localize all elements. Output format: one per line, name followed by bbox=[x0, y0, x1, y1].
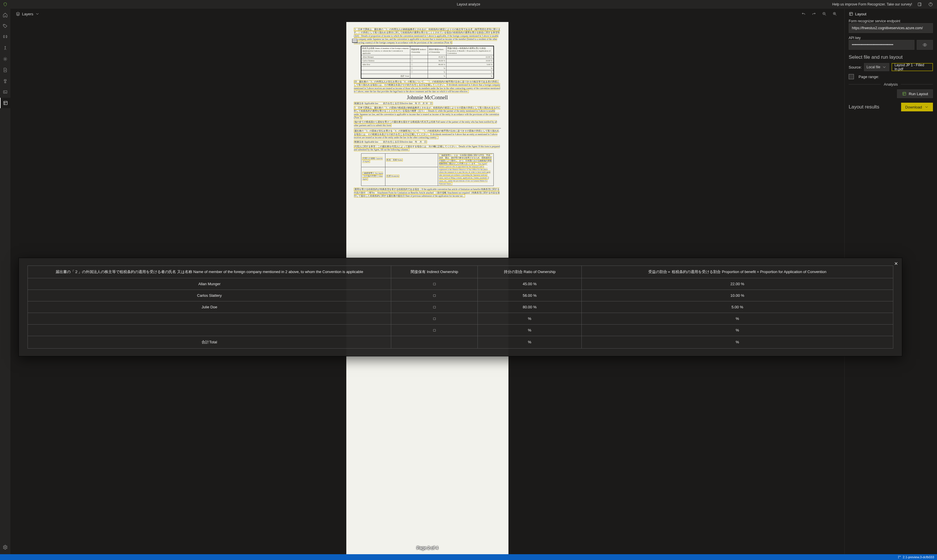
download-button[interactable]: Download bbox=[901, 103, 933, 111]
sidebar-item-text[interactable] bbox=[0, 87, 11, 97]
svg-point-2 bbox=[4, 25, 5, 25]
chevron-down-icon bbox=[35, 12, 40, 16]
doc-td: □ bbox=[410, 63, 428, 66]
doc-td bbox=[361, 66, 410, 70]
app-body: Layers 3 日本で課税上、届出書の「3」の外国法人が納税義務者とされるが、… bbox=[0, 9, 937, 554]
doc-th: 受益の割合＝租税条約の適用を受ける割合 Proportion of Benefi… bbox=[446, 46, 493, 55]
doc-td: □ bbox=[410, 59, 428, 63]
doc-para: 適用を受ける租税条約が特典条項を有する租税条約である場合；If the appl… bbox=[354, 188, 500, 198]
doc-td bbox=[361, 70, 410, 74]
apikey-input[interactable] bbox=[849, 40, 914, 50]
doc-td: □ bbox=[410, 70, 428, 74]
table-header: 間接保有 Indirect Ownership bbox=[391, 266, 478, 278]
cell-benefit: % bbox=[582, 313, 893, 324]
analysis-divider: Analysis bbox=[849, 82, 933, 86]
pagerange-label: Page range: bbox=[858, 75, 879, 79]
sidebar-item-brain[interactable] bbox=[0, 32, 11, 42]
file-name-text: Layout JP 1 - Filled In.pdf bbox=[894, 63, 930, 71]
close-icon[interactable]: ✕ bbox=[894, 261, 898, 266]
table-anchor-icon[interactable] bbox=[352, 39, 357, 43]
endpoint-input[interactable] bbox=[849, 23, 933, 33]
feedback-icon[interactable] bbox=[916, 1, 923, 8]
table-header: 届出書の「２」の外国法人の株主等で租税条約の適用を受ける者の氏名 又は名称 Na… bbox=[28, 266, 391, 278]
eye-icon bbox=[923, 43, 927, 47]
doc-td: 22.00 % bbox=[446, 55, 493, 59]
layers-dropdown[interactable]: Layers bbox=[15, 12, 40, 16]
page-indicator: Page 2 of 4 bbox=[417, 546, 438, 550]
svg-point-3 bbox=[5, 46, 6, 47]
svg-point-14 bbox=[898, 558, 899, 558]
sidebar-item-settings[interactable] bbox=[0, 542, 11, 552]
chevron-down-icon bbox=[924, 105, 929, 109]
extracted-table: 届出書の「２」の外国法人の株主等で租税条約の適用を受ける者の氏名 又は名称 Na… bbox=[28, 266, 893, 349]
doc-para: 「納税管理人」とは、日本国の国税に関する申告、申請、請求、届出、納付等の事項を処… bbox=[439, 154, 492, 185]
titlebar: Layout analyze Help us improve Form Reco… bbox=[0, 0, 937, 9]
endpoint-label: Form recognizer service endpoint bbox=[849, 19, 933, 23]
table-header: 持分の割合 Ratio of Ownership bbox=[478, 266, 582, 278]
cell-benefit: % bbox=[582, 324, 893, 336]
pagerange-checkbox[interactable] bbox=[849, 74, 854, 79]
doc-agent-table: 代理人の資格 Capacity of Agent氏名・名称 Name「納税管理人… bbox=[361, 153, 493, 186]
sidebar-item-person[interactable] bbox=[0, 43, 11, 53]
extracted-table-modal: ✕ 届出書の「２」の外国法人の株主等で租税条約の適用を受ける者の氏名 又は名称 … bbox=[19, 258, 902, 356]
doc-inner-table[interactable]: 氏名又は名称 Name of member of the foreign com… bbox=[361, 46, 493, 78]
doc-td: 5.00 % bbox=[446, 63, 493, 66]
cell-indirect: □ bbox=[391, 324, 478, 336]
doc-td bbox=[410, 74, 428, 78]
doc-td: Julie Doe bbox=[361, 63, 410, 66]
doc-para: 届出書の「3」の団体が支払を受ける「4」の対象配当について、「1」の租税条約の相… bbox=[354, 129, 499, 139]
source-select[interactable]: Local file bbox=[864, 63, 889, 71]
zoom-in-button[interactable] bbox=[830, 9, 839, 18]
apikey-label: API key bbox=[849, 36, 933, 40]
redo-button[interactable] bbox=[810, 9, 818, 18]
run-layout-button[interactable]: Run Layout bbox=[897, 89, 933, 98]
cell-benefit: 10.00 % bbox=[582, 289, 893, 301]
svg-rect-0 bbox=[918, 3, 922, 6]
cell-indirect: □ bbox=[391, 289, 478, 301]
doc-para: 代理人に関する事項：この届出書を代理人によって提出する場合には、次の欄に記載して… bbox=[354, 145, 500, 151]
doc-td: % bbox=[428, 70, 446, 74]
signature: Johnnie McConnell bbox=[354, 95, 501, 101]
cell-ratio: 80.00 % bbox=[478, 301, 582, 313]
doc-td: 45.00 % bbox=[428, 55, 446, 59]
sidebar-item-connect[interactable] bbox=[0, 76, 11, 86]
doc-td: □ bbox=[410, 66, 428, 70]
sidebar-item-compose[interactable] bbox=[0, 54, 11, 64]
sidebar-item-home[interactable] bbox=[0, 10, 11, 20]
cell-ratio: % bbox=[478, 324, 582, 336]
table-row: □ % % bbox=[28, 313, 893, 324]
doc-td: 10.00 % bbox=[446, 59, 493, 63]
doc-para: ⑵ 届出書の「3」の外国法人が支払を受ける「4」の配当について、「1」の租税条約… bbox=[354, 80, 500, 93]
sidebar-item-layout[interactable] bbox=[0, 98, 11, 108]
table-row: Carlos Slattery □ 56.00 % 10.00 % bbox=[28, 289, 893, 301]
sidebar-item-tag[interactable] bbox=[0, 21, 11, 31]
reveal-key-button[interactable] bbox=[917, 40, 933, 50]
app-logo bbox=[0, 2, 11, 7]
sidebar-item-new-file[interactable] bbox=[0, 65, 11, 75]
table-header: 受益の割合＝ 租税条約の適用を受ける割合 Proportion of benef… bbox=[582, 266, 893, 278]
svg-rect-6 bbox=[4, 101, 7, 105]
cell-ratio: 56.00 % bbox=[478, 289, 582, 301]
canvas-toolbar: Layers bbox=[11, 9, 844, 19]
table-row: Julie Doe □ 80.00 % 5.00 % bbox=[28, 301, 893, 313]
source-value: Local file bbox=[867, 65, 880, 69]
layout-icon bbox=[849, 12, 853, 16]
doc-td: 80.00 % bbox=[428, 63, 446, 66]
doc-td: % bbox=[428, 74, 446, 78]
cell-indirect: □ bbox=[391, 313, 478, 324]
cell-name bbox=[28, 313, 391, 324]
doc-para: 3 日本で課税上、届出書の「3」の外国法人が納税義務者とされるが、租税条約の規定… bbox=[354, 28, 500, 44]
file-name-box[interactable]: Layout JP 1 - Filled In.pdf bbox=[892, 63, 933, 71]
results-heading: Layout results bbox=[849, 104, 879, 110]
svg-point-4 bbox=[5, 58, 6, 60]
status-bar: 2.1-preview.3-dcfb033 bbox=[0, 554, 937, 560]
doc-td: % bbox=[446, 66, 493, 70]
zoom-out-button[interactable] bbox=[820, 9, 829, 18]
undo-button[interactable] bbox=[799, 9, 808, 18]
cell-indirect bbox=[391, 336, 478, 348]
download-label: Download bbox=[905, 105, 922, 109]
survey-link[interactable]: Help us improve Form Recognizer. Take ou… bbox=[832, 2, 912, 6]
run-icon bbox=[902, 91, 906, 96]
app-title: Layout analyze bbox=[457, 2, 480, 6]
help-icon[interactable] bbox=[927, 1, 934, 8]
